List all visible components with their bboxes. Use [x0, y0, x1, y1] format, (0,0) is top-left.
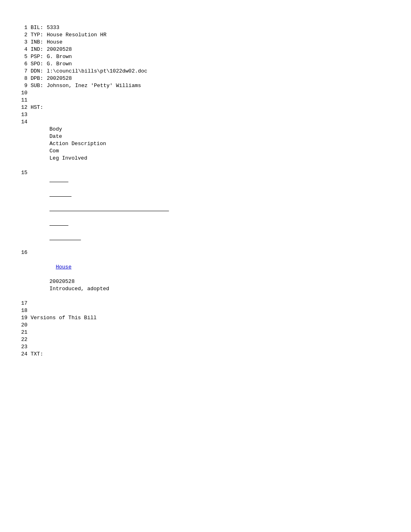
bill-info-section: 1BIL:53332TYP:House Resolution HR3INB:Ho…: [16, 24, 395, 118]
label-4: IND:: [31, 46, 47, 53]
line-19: 19Versions of This Bill: [16, 314, 395, 322]
table-separator-row: 15: [16, 169, 395, 249]
line-number-12: 12: [16, 104, 27, 111]
line-24: 24TXT:: [16, 351, 395, 358]
line-number-11: 11: [16, 97, 27, 104]
value-3: House: [47, 39, 62, 45]
line-content-24: TXT:: [31, 351, 395, 358]
line-13: 13: [16, 111, 395, 118]
line-content-1: BIL:5333: [31, 24, 395, 31]
table-data-row: 16 House 20020528 Introduced, adopted: [16, 249, 395, 300]
label-5: PSP:: [31, 53, 47, 60]
line-number-21: 21: [16, 329, 27, 336]
col-header-com: Com: [50, 148, 59, 154]
value-5: G. Brown: [47, 54, 72, 60]
line-number-8: 8: [16, 75, 27, 82]
label-3: INB:: [31, 39, 47, 46]
line-number-24: 24: [16, 351, 27, 358]
value-9: Johnson, Inez 'Petty' Williams: [47, 83, 141, 89]
line-content-19: Versions of This Bill: [31, 314, 395, 322]
line-4: 4IND:20020528: [16, 46, 395, 53]
value-6: G. Brown: [47, 61, 72, 67]
line-number-17: 17: [16, 300, 27, 307]
line-23: 23: [16, 343, 395, 351]
line-2: 2TYP:House Resolution HR: [16, 31, 395, 39]
line-number-10: 10: [16, 89, 27, 97]
line-content-12: HST:: [31, 104, 395, 111]
table-separator-content: [31, 169, 395, 249]
line-10: 10: [16, 89, 395, 97]
line-number-22: 22: [16, 336, 27, 343]
line-number-19: 19: [16, 314, 27, 322]
line-7: 7DDN:l:\council\bills\pt\1022dw02.doc: [16, 68, 395, 75]
sep-action: [50, 206, 191, 213]
line-number-14: 14: [16, 118, 27, 126]
col-header-action: Action Description: [50, 141, 106, 147]
label-1: BIL:: [31, 24, 47, 31]
line-number-23: 23: [16, 343, 27, 351]
col-header-body: Body: [50, 126, 62, 132]
main-content: 1BIL:53332TYP:House Resolution HR3INB:Ho…: [16, 24, 395, 358]
line-21: 21: [16, 329, 395, 336]
table-header-content: Body Date Action Description Com Leg Inv…: [31, 118, 395, 169]
label-9: SUB:: [31, 82, 47, 89]
sep-com: [50, 220, 74, 227]
table-header-row: 14 Body Date Action Description Com Leg …: [16, 118, 395, 169]
line-9: 9SUB:Johnson, Inez 'Petty' Williams: [16, 82, 395, 89]
col-header-date: Date: [50, 133, 62, 139]
after-table-section: 171819Versions of This Bill2021222324TXT…: [16, 300, 395, 358]
line-1: 1BIL:5333: [16, 24, 395, 31]
line-number-15: 15: [16, 169, 27, 177]
value-1: 5333: [47, 25, 59, 31]
sep-date: [50, 191, 78, 198]
value-4: 20020528: [47, 46, 72, 52]
label-12: HST:: [31, 104, 47, 111]
label-24: TXT:: [31, 351, 47, 358]
line-8: 8DPB:20020528: [16, 75, 395, 82]
line-20: 20: [16, 322, 395, 329]
line-3: 3INB:House: [16, 39, 395, 46]
line-content-6: SPO:G. Brown: [31, 60, 395, 68]
table-data-content: House 20020528 Introduced, adopted: [31, 249, 395, 300]
label-6: SPO:: [31, 60, 47, 68]
value-8: 20020528: [47, 75, 72, 81]
line-number-9: 9: [16, 82, 27, 89]
line-22: 22: [16, 336, 395, 343]
label-8: DPB:: [31, 75, 47, 82]
value-7: l:\council\bills\pt\1022dw02.doc: [47, 68, 147, 74]
value-2: House Resolution HR: [47, 32, 106, 38]
table-date-cell: 20020528: [50, 278, 75, 285]
line-number-16: 16: [16, 249, 27, 256]
line-number-20: 20: [16, 322, 27, 329]
line-17: 17: [16, 300, 395, 307]
line-6: 6SPO:G. Brown: [16, 60, 395, 68]
label-2: TYP:: [31, 31, 47, 39]
line-content-2: TYP:House Resolution HR: [31, 31, 395, 39]
table-action-cell: Introduced, adopted: [50, 286, 109, 292]
line-number-4: 4: [16, 46, 27, 53]
line-number-1: 1: [16, 24, 27, 31]
line-number-3: 3: [16, 39, 27, 46]
line-number-5: 5: [16, 53, 27, 60]
house-link[interactable]: House: [56, 264, 71, 270]
line-content-9: SUB:Johnson, Inez 'Petty' Williams: [31, 82, 395, 89]
line-number-18: 18: [16, 307, 27, 314]
line-number-7: 7: [16, 68, 27, 75]
line-18: 18: [16, 307, 395, 314]
line-number-2: 2: [16, 31, 27, 39]
sep-leg: [50, 235, 90, 242]
line-11: 11: [16, 97, 395, 104]
label-7: DDN:: [31, 68, 47, 75]
line-content-4: IND:20020528: [31, 46, 395, 53]
line-content-5: PSP:G. Brown: [31, 53, 395, 60]
line-12: 12HST:: [16, 104, 395, 111]
line-content-3: INB:House: [31, 39, 395, 46]
table-body-cell[interactable]: House: [31, 264, 71, 277]
line-content-8: DPB:20020528: [31, 75, 395, 82]
line-content-7: DDN:l:\council\bills\pt\1022dw02.doc: [31, 68, 395, 75]
sep-body: [50, 177, 74, 184]
line-number-6: 6: [16, 60, 27, 68]
line-number-13: 13: [16, 111, 27, 118]
line-5: 5PSP:G. Brown: [16, 53, 395, 60]
col-header-leg: Leg Involved: [50, 155, 87, 161]
